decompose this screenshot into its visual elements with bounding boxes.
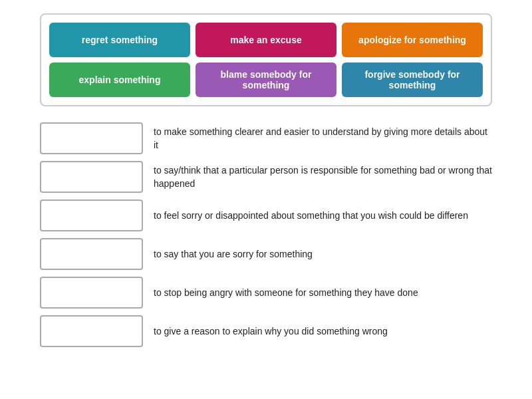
match-row-2: to say/think that a particular person is… <box>40 161 492 193</box>
answer-box-3[interactable] <box>40 200 143 231</box>
tile-forgive[interactable]: forgive somebody for something <box>342 63 483 97</box>
tile-excuse[interactable]: make an excuse <box>196 23 336 57</box>
match-row-4: to say that you are sorry for something <box>40 238 492 270</box>
match-row-5: to stop being angry with someone for som… <box>40 277 492 309</box>
definition-4: to say that you are sorry for something <box>154 247 313 261</box>
answer-box-2[interactable] <box>40 161 143 193</box>
answer-box-5[interactable] <box>40 277 143 309</box>
definition-6: to give a reason to explain why you did … <box>154 325 388 338</box>
match-row-3: to feel sorry or disappointed about some… <box>40 200 492 231</box>
match-list: to make something clearer and easier to … <box>40 122 492 347</box>
tile-regret[interactable]: regret something <box>49 23 190 57</box>
tile-blame[interactable]: blame somebody for something <box>196 63 336 97</box>
word-bank: regret something make an excuse apologiz… <box>40 13 492 106</box>
definition-1: to make something clearer and easier to … <box>154 125 492 152</box>
tile-apologize[interactable]: apologize for something <box>342 23 483 57</box>
main-container: regret something make an excuse apologiz… <box>0 0 532 360</box>
tile-explain[interactable]: explain something <box>49 63 190 97</box>
definition-5: to stop being angry with someone for som… <box>154 286 418 299</box>
answer-box-6[interactable] <box>40 315 143 347</box>
definition-2: to say/think that a particular person is… <box>154 164 492 191</box>
match-row-6: to give a reason to explain why you did … <box>40 315 492 347</box>
answer-box-1[interactable] <box>40 122 143 154</box>
definition-3: to feel sorry or disappointed about some… <box>154 209 468 222</box>
answer-box-4[interactable] <box>40 238 143 270</box>
match-row-1: to make something clearer and easier to … <box>40 122 492 154</box>
